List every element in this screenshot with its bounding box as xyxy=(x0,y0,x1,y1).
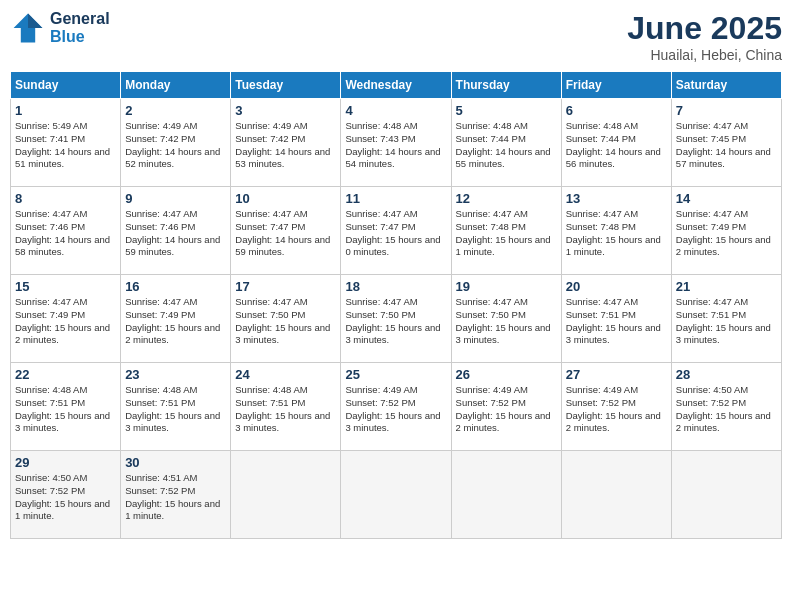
day-info: Sunrise: 4:47 AMSunset: 7:48 PMDaylight:… xyxy=(456,208,557,259)
table-row: 30 Sunrise: 4:51 AMSunset: 7:52 PMDaylig… xyxy=(121,451,231,539)
day-number: 23 xyxy=(125,367,226,382)
table-row: 23 Sunrise: 4:48 AMSunset: 7:51 PMDaylig… xyxy=(121,363,231,451)
day-info: Sunrise: 4:47 AMSunset: 7:49 PMDaylight:… xyxy=(125,296,226,347)
day-number: 19 xyxy=(456,279,557,294)
day-info: Sunrise: 4:47 AMSunset: 7:50 PMDaylight:… xyxy=(235,296,336,347)
table-row: 26 Sunrise: 4:49 AMSunset: 7:52 PMDaylig… xyxy=(451,363,561,451)
day-number: 10 xyxy=(235,191,336,206)
header-monday: Monday xyxy=(121,72,231,99)
day-info: Sunrise: 4:49 AMSunset: 7:52 PMDaylight:… xyxy=(566,384,667,435)
header-tuesday: Tuesday xyxy=(231,72,341,99)
day-number: 3 xyxy=(235,103,336,118)
day-info: Sunrise: 4:50 AMSunset: 7:52 PMDaylight:… xyxy=(15,472,116,523)
day-info: Sunrise: 4:47 AMSunset: 7:46 PMDaylight:… xyxy=(125,208,226,259)
day-number: 27 xyxy=(566,367,667,382)
table-row: 12 Sunrise: 4:47 AMSunset: 7:48 PMDaylig… xyxy=(451,187,561,275)
table-row: 14 Sunrise: 4:47 AMSunset: 7:49 PMDaylig… xyxy=(671,187,781,275)
table-row: 16 Sunrise: 4:47 AMSunset: 7:49 PMDaylig… xyxy=(121,275,231,363)
day-info: Sunrise: 4:48 AMSunset: 7:44 PMDaylight:… xyxy=(456,120,557,171)
table-row: 9 Sunrise: 4:47 AMSunset: 7:46 PMDayligh… xyxy=(121,187,231,275)
table-row: 19 Sunrise: 4:47 AMSunset: 7:50 PMDaylig… xyxy=(451,275,561,363)
table-row xyxy=(561,451,671,539)
day-info: Sunrise: 4:49 AMSunset: 7:52 PMDaylight:… xyxy=(345,384,446,435)
table-row xyxy=(451,451,561,539)
day-info: Sunrise: 4:49 AMSunset: 7:52 PMDaylight:… xyxy=(456,384,557,435)
day-number: 8 xyxy=(15,191,116,206)
table-row: 10 Sunrise: 4:47 AMSunset: 7:47 PMDaylig… xyxy=(231,187,341,275)
location: Huailai, Hebei, China xyxy=(627,47,782,63)
day-number: 20 xyxy=(566,279,667,294)
day-info: Sunrise: 4:47 AMSunset: 7:48 PMDaylight:… xyxy=(566,208,667,259)
day-info: Sunrise: 5:49 AMSunset: 7:41 PMDaylight:… xyxy=(15,120,116,171)
table-row: 4 Sunrise: 4:48 AMSunset: 7:43 PMDayligh… xyxy=(341,99,451,187)
day-number: 14 xyxy=(676,191,777,206)
day-number: 26 xyxy=(456,367,557,382)
day-info: Sunrise: 4:48 AMSunset: 7:43 PMDaylight:… xyxy=(345,120,446,171)
day-number: 6 xyxy=(566,103,667,118)
day-info: Sunrise: 4:47 AMSunset: 7:47 PMDaylight:… xyxy=(235,208,336,259)
table-row: 29 Sunrise: 4:50 AMSunset: 7:52 PMDaylig… xyxy=(11,451,121,539)
table-row: 24 Sunrise: 4:48 AMSunset: 7:51 PMDaylig… xyxy=(231,363,341,451)
page-header: General Blue June 2025 Huailai, Hebei, C… xyxy=(10,10,782,63)
table-row: 3 Sunrise: 4:49 AMSunset: 7:42 PMDayligh… xyxy=(231,99,341,187)
day-number: 12 xyxy=(456,191,557,206)
day-info: Sunrise: 4:47 AMSunset: 7:45 PMDaylight:… xyxy=(676,120,777,171)
day-number: 16 xyxy=(125,279,226,294)
table-row: 5 Sunrise: 4:48 AMSunset: 7:44 PMDayligh… xyxy=(451,99,561,187)
header-wednesday: Wednesday xyxy=(341,72,451,99)
day-info: Sunrise: 4:47 AMSunset: 7:49 PMDaylight:… xyxy=(15,296,116,347)
day-number: 13 xyxy=(566,191,667,206)
day-number: 28 xyxy=(676,367,777,382)
table-row: 20 Sunrise: 4:47 AMSunset: 7:51 PMDaylig… xyxy=(561,275,671,363)
table-row xyxy=(671,451,781,539)
header-sunday: Sunday xyxy=(11,72,121,99)
day-number: 11 xyxy=(345,191,446,206)
day-number: 24 xyxy=(235,367,336,382)
header-friday: Friday xyxy=(561,72,671,99)
calendar-week-row: 8 Sunrise: 4:47 AMSunset: 7:46 PMDayligh… xyxy=(11,187,782,275)
table-row xyxy=(231,451,341,539)
day-number: 30 xyxy=(125,455,226,470)
header-saturday: Saturday xyxy=(671,72,781,99)
table-row: 27 Sunrise: 4:49 AMSunset: 7:52 PMDaylig… xyxy=(561,363,671,451)
day-info: Sunrise: 4:47 AMSunset: 7:51 PMDaylight:… xyxy=(676,296,777,347)
calendar-week-row: 1 Sunrise: 5:49 AMSunset: 7:41 PMDayligh… xyxy=(11,99,782,187)
day-info: Sunrise: 4:50 AMSunset: 7:52 PMDaylight:… xyxy=(676,384,777,435)
table-row: 7 Sunrise: 4:47 AMSunset: 7:45 PMDayligh… xyxy=(671,99,781,187)
table-row: 11 Sunrise: 4:47 AMSunset: 7:47 PMDaylig… xyxy=(341,187,451,275)
table-row: 15 Sunrise: 4:47 AMSunset: 7:49 PMDaylig… xyxy=(11,275,121,363)
table-row: 18 Sunrise: 4:47 AMSunset: 7:50 PMDaylig… xyxy=(341,275,451,363)
table-row: 22 Sunrise: 4:48 AMSunset: 7:51 PMDaylig… xyxy=(11,363,121,451)
day-info: Sunrise: 4:48 AMSunset: 7:51 PMDaylight:… xyxy=(125,384,226,435)
day-number: 18 xyxy=(345,279,446,294)
day-number: 22 xyxy=(15,367,116,382)
day-number: 4 xyxy=(345,103,446,118)
day-number: 7 xyxy=(676,103,777,118)
day-info: Sunrise: 4:47 AMSunset: 7:50 PMDaylight:… xyxy=(345,296,446,347)
calendar-week-row: 22 Sunrise: 4:48 AMSunset: 7:51 PMDaylig… xyxy=(11,363,782,451)
day-info: Sunrise: 4:47 AMSunset: 7:47 PMDaylight:… xyxy=(345,208,446,259)
day-info: Sunrise: 4:49 AMSunset: 7:42 PMDaylight:… xyxy=(125,120,226,171)
title-block: June 2025 Huailai, Hebei, China xyxy=(627,10,782,63)
day-number: 21 xyxy=(676,279,777,294)
table-row: 2 Sunrise: 4:49 AMSunset: 7:42 PMDayligh… xyxy=(121,99,231,187)
day-number: 25 xyxy=(345,367,446,382)
day-number: 29 xyxy=(15,455,116,470)
calendar-table: Sunday Monday Tuesday Wednesday Thursday… xyxy=(10,71,782,539)
day-number: 9 xyxy=(125,191,226,206)
logo-text: General Blue xyxy=(50,10,110,45)
table-row: 25 Sunrise: 4:49 AMSunset: 7:52 PMDaylig… xyxy=(341,363,451,451)
table-row: 13 Sunrise: 4:47 AMSunset: 7:48 PMDaylig… xyxy=(561,187,671,275)
weekday-header-row: Sunday Monday Tuesday Wednesday Thursday… xyxy=(11,72,782,99)
header-thursday: Thursday xyxy=(451,72,561,99)
day-info: Sunrise: 4:47 AMSunset: 7:51 PMDaylight:… xyxy=(566,296,667,347)
logo-icon xyxy=(10,10,46,46)
svg-marker-1 xyxy=(28,14,42,28)
day-info: Sunrise: 4:48 AMSunset: 7:44 PMDaylight:… xyxy=(566,120,667,171)
table-row: 21 Sunrise: 4:47 AMSunset: 7:51 PMDaylig… xyxy=(671,275,781,363)
day-number: 5 xyxy=(456,103,557,118)
day-number: 17 xyxy=(235,279,336,294)
calendar-week-row: 15 Sunrise: 4:47 AMSunset: 7:49 PMDaylig… xyxy=(11,275,782,363)
table-row xyxy=(341,451,451,539)
month-year: June 2025 xyxy=(627,10,782,47)
